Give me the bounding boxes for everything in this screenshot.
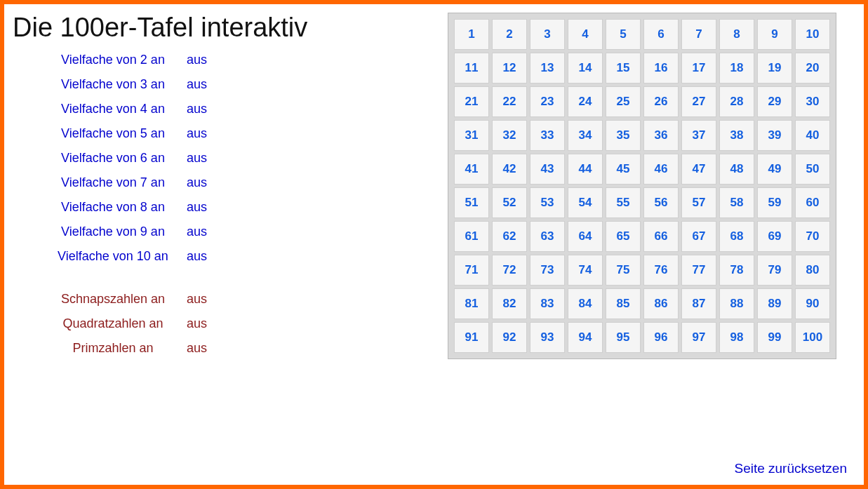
number-cell-53[interactable]: 53 <box>530 187 565 218</box>
number-cell-25[interactable]: 25 <box>606 86 641 117</box>
number-cell-46[interactable]: 46 <box>643 154 679 185</box>
multiples-6-on-link[interactable]: Vielfache von 6 an <box>39 151 187 166</box>
number-cell-100[interactable]: 100 <box>795 322 830 353</box>
number-cell-27[interactable]: 27 <box>681 86 716 117</box>
number-cell-83[interactable]: 83 <box>530 288 565 319</box>
number-cell-57[interactable]: 57 <box>681 187 716 218</box>
number-cell-40[interactable]: 40 <box>795 120 830 151</box>
number-cell-79[interactable]: 79 <box>757 255 792 286</box>
number-cell-72[interactable]: 72 <box>492 255 527 286</box>
number-cell-18[interactable]: 18 <box>719 53 754 83</box>
number-cell-16[interactable]: 16 <box>643 53 679 83</box>
number-cell-17[interactable]: 17 <box>681 53 716 83</box>
number-cell-82[interactable]: 82 <box>492 288 527 319</box>
schnaps-off-link[interactable]: aus <box>187 292 207 307</box>
number-cell-90[interactable]: 90 <box>795 288 830 319</box>
number-cell-8[interactable]: 8 <box>719 19 754 50</box>
prim-on-link[interactable]: Primzahlen an <box>39 341 187 356</box>
quadrat-off-link[interactable]: aus <box>187 316 207 331</box>
multiples-3-off-link[interactable]: aus <box>187 77 207 92</box>
number-cell-31[interactable]: 31 <box>454 120 489 151</box>
number-cell-92[interactable]: 92 <box>492 322 527 353</box>
number-cell-19[interactable]: 19 <box>757 53 792 83</box>
number-cell-43[interactable]: 43 <box>530 154 565 185</box>
number-cell-28[interactable]: 28 <box>719 86 754 117</box>
number-cell-34[interactable]: 34 <box>568 120 603 151</box>
number-cell-62[interactable]: 62 <box>492 221 527 252</box>
number-cell-32[interactable]: 32 <box>492 120 527 151</box>
number-cell-64[interactable]: 64 <box>568 221 603 252</box>
multiples-4-on-link[interactable]: Vielfache von 4 an <box>39 102 187 116</box>
number-cell-33[interactable]: 33 <box>530 120 565 151</box>
number-cell-93[interactable]: 93 <box>530 322 565 353</box>
number-cell-55[interactable]: 55 <box>606 187 641 218</box>
number-cell-99[interactable]: 99 <box>757 322 792 353</box>
multiples-9-off-link[interactable]: aus <box>187 225 207 239</box>
quadrat-on-link[interactable]: Quadratzahlen an <box>39 316 187 331</box>
number-cell-85[interactable]: 85 <box>606 288 641 319</box>
number-cell-45[interactable]: 45 <box>606 154 641 185</box>
number-cell-35[interactable]: 35 <box>606 120 641 151</box>
multiples-2-on-link[interactable]: Vielfache von 2 an <box>39 53 187 67</box>
number-cell-14[interactable]: 14 <box>568 53 603 83</box>
number-cell-67[interactable]: 67 <box>681 221 716 252</box>
number-cell-63[interactable]: 63 <box>530 221 565 252</box>
number-cell-81[interactable]: 81 <box>454 288 489 319</box>
number-cell-1[interactable]: 1 <box>454 19 489 50</box>
number-cell-51[interactable]: 51 <box>454 187 489 218</box>
number-cell-71[interactable]: 71 <box>454 255 489 286</box>
number-cell-6[interactable]: 6 <box>643 19 679 50</box>
number-cell-65[interactable]: 65 <box>606 221 641 252</box>
number-cell-69[interactable]: 69 <box>757 221 792 252</box>
reset-page-link[interactable]: Seite zurücksetzen <box>13 461 850 476</box>
number-cell-23[interactable]: 23 <box>530 86 565 117</box>
number-cell-30[interactable]: 30 <box>795 86 830 117</box>
number-cell-24[interactable]: 24 <box>568 86 603 117</box>
number-cell-89[interactable]: 89 <box>757 288 792 319</box>
multiples-8-on-link[interactable]: Vielfache von 8 an <box>39 200 187 215</box>
number-cell-95[interactable]: 95 <box>606 322 641 353</box>
number-cell-96[interactable]: 96 <box>643 322 679 353</box>
number-cell-84[interactable]: 84 <box>568 288 603 319</box>
number-cell-78[interactable]: 78 <box>719 255 754 286</box>
number-cell-47[interactable]: 47 <box>681 154 716 185</box>
number-cell-59[interactable]: 59 <box>757 187 792 218</box>
number-cell-98[interactable]: 98 <box>719 322 754 353</box>
multiples-10-off-link[interactable]: aus <box>187 249 207 264</box>
number-cell-20[interactable]: 20 <box>795 53 830 83</box>
multiples-5-on-link[interactable]: Vielfache von 5 an <box>39 126 187 141</box>
number-cell-52[interactable]: 52 <box>492 187 527 218</box>
number-cell-2[interactable]: 2 <box>492 19 527 50</box>
number-cell-7[interactable]: 7 <box>681 19 716 50</box>
number-cell-48[interactable]: 48 <box>719 154 754 185</box>
number-cell-66[interactable]: 66 <box>643 221 679 252</box>
multiples-10-on-link[interactable]: Vielfache von 10 an <box>39 249 187 264</box>
multiples-8-off-link[interactable]: aus <box>187 200 207 215</box>
number-cell-44[interactable]: 44 <box>568 154 603 185</box>
multiples-2-off-link[interactable]: aus <box>187 53 207 67</box>
number-cell-41[interactable]: 41 <box>454 154 489 185</box>
number-cell-42[interactable]: 42 <box>492 154 527 185</box>
number-cell-12[interactable]: 12 <box>492 53 527 83</box>
number-cell-37[interactable]: 37 <box>681 120 716 151</box>
number-cell-5[interactable]: 5 <box>606 19 641 50</box>
number-cell-76[interactable]: 76 <box>643 255 679 286</box>
number-cell-10[interactable]: 10 <box>795 19 830 50</box>
number-cell-11[interactable]: 11 <box>454 53 489 83</box>
number-cell-94[interactable]: 94 <box>568 322 603 353</box>
multiples-9-on-link[interactable]: Vielfache von 9 an <box>39 225 187 239</box>
multiples-5-off-link[interactable]: aus <box>187 126 207 141</box>
number-cell-70[interactable]: 70 <box>795 221 830 252</box>
number-cell-4[interactable]: 4 <box>568 19 603 50</box>
number-cell-13[interactable]: 13 <box>530 53 565 83</box>
number-cell-26[interactable]: 26 <box>643 86 679 117</box>
number-cell-3[interactable]: 3 <box>530 19 565 50</box>
number-cell-36[interactable]: 36 <box>643 120 679 151</box>
number-cell-38[interactable]: 38 <box>719 120 754 151</box>
number-cell-88[interactable]: 88 <box>719 288 754 319</box>
number-cell-75[interactable]: 75 <box>606 255 641 286</box>
multiples-6-off-link[interactable]: aus <box>187 151 207 166</box>
multiples-7-off-link[interactable]: aus <box>187 175 207 190</box>
number-cell-9[interactable]: 9 <box>757 19 792 50</box>
number-cell-61[interactable]: 61 <box>454 221 489 252</box>
